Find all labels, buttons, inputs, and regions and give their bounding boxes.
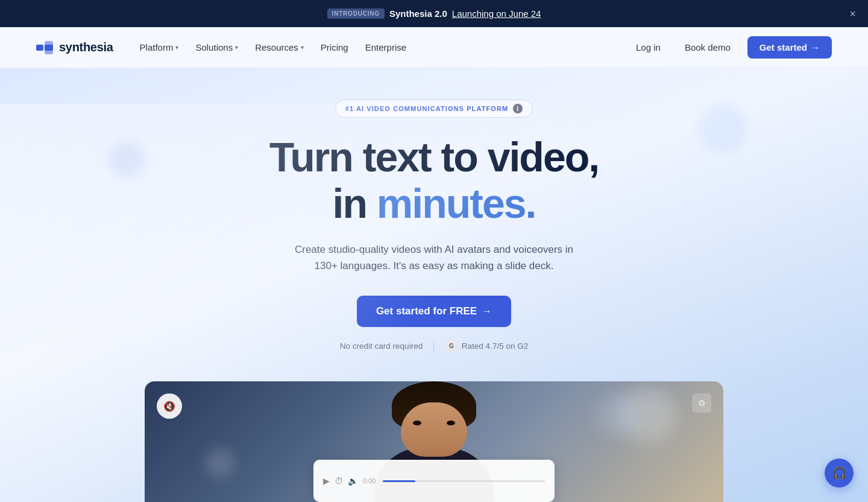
announcement-bar: INTRODUCING Synthesia 2.0 Launching on J… xyxy=(0,0,868,27)
logo-text: synthesia xyxy=(59,40,113,54)
g2-logo: G xyxy=(445,339,458,352)
video-mute-button[interactable]: 🔇 xyxy=(157,393,182,419)
g2-rating: Rated 4.7/5 on G2 xyxy=(462,342,528,351)
no-cc-text: No credit card required xyxy=(340,342,423,351)
badge-text: #1 AI VIDEO COMMUNICATIONS PLATFORM xyxy=(345,105,509,112)
cta-label: Get started for FREE xyxy=(376,305,477,317)
title-accent: minutes. xyxy=(377,180,536,226)
nav-item-resources[interactable]: Resources ▾ xyxy=(248,37,311,57)
nav-solutions-label: Solutions xyxy=(195,42,233,52)
nav-item-enterprise[interactable]: Enterprise xyxy=(358,37,414,57)
g2-badge: G Rated 4.7/5 on G2 xyxy=(445,339,528,352)
platform-badge: #1 AI VIDEO COMMUNICATIONS PLATFORM i xyxy=(335,100,533,118)
video-preview: 🔇 ▶ ⏱ 🔈 0:00 xyxy=(145,381,723,502)
nav-resources-label: Resources xyxy=(255,42,298,52)
overlay-controls: ▶ ⏱ 🔈 0:00 xyxy=(323,476,376,486)
duration-text: 0:00 xyxy=(363,477,376,485)
info-icon[interactable]: i xyxy=(513,104,523,113)
platform-chevron-icon: ▾ xyxy=(175,44,178,51)
product-name: Synthesia 2.0 xyxy=(389,8,447,19)
video-bokeh-2 xyxy=(597,393,639,436)
volume-icon: 🔈 xyxy=(348,476,358,486)
progress-fill xyxy=(383,480,415,482)
book-demo-link[interactable]: Book demo xyxy=(678,37,738,57)
trust-line: No credit card required | G Rated 4.7/5 … xyxy=(340,339,528,352)
progress-bar[interactable] xyxy=(383,480,545,482)
svg-rect-2 xyxy=(45,45,53,51)
person-face xyxy=(401,402,467,457)
svg-rect-0 xyxy=(36,45,43,51)
nav-left: synthesia Platform ▾ Solutions ▾ Resourc… xyxy=(36,37,414,57)
video-gear-icon[interactable]: ⚙ xyxy=(692,393,711,413)
video-bokeh-3 xyxy=(205,448,235,478)
close-announcement-button[interactable]: × xyxy=(849,8,856,19)
bokeh-2 xyxy=(108,141,145,177)
cta-arrow-icon: → xyxy=(482,305,492,317)
hero-title-line2: in minutes. xyxy=(333,180,536,227)
bokeh-1 xyxy=(699,104,747,153)
nav-item-solutions[interactable]: Solutions ▾ xyxy=(188,37,245,57)
arrow-icon: → xyxy=(811,42,820,52)
trust-divider: | xyxy=(432,340,435,352)
nav-links: Platform ▾ Solutions ▾ Resources ▾ Prici… xyxy=(133,37,414,57)
support-button[interactable]: 🎧 xyxy=(825,459,854,488)
hero-subtitle: Create studio-quality videos with AI ava… xyxy=(289,241,579,274)
nav-get-started-button[interactable]: Get started → xyxy=(747,36,832,59)
nav-platform-label: Platform xyxy=(140,42,174,52)
title-in-prefix: in xyxy=(333,180,377,226)
play-icon[interactable]: ▶ xyxy=(323,476,330,486)
launch-link[interactable]: Launching on June 24 xyxy=(452,8,541,19)
get-started-label: Get started xyxy=(760,42,807,52)
hero-title-line1: Turn text to video, xyxy=(269,135,599,180)
time-icon: ⏱ xyxy=(335,476,343,486)
support-icon: 🎧 xyxy=(832,466,847,480)
introducing-badge: INTRODUCING xyxy=(327,8,385,19)
nav-item-pricing[interactable]: Pricing xyxy=(313,37,356,57)
logo-icon xyxy=(36,41,53,54)
hero-section: #1 AI VIDEO COMMUNICATIONS PLATFORM i Tu… xyxy=(0,68,868,502)
navbar: synthesia Platform ▾ Solutions ▾ Resourc… xyxy=(0,27,868,68)
logo[interactable]: synthesia xyxy=(36,40,113,54)
video-overlay-panel: ▶ ⏱ 🔈 0:00 xyxy=(313,460,555,502)
solutions-chevron-icon: ▾ xyxy=(235,44,238,51)
hero-cta-button[interactable]: Get started for FREE → xyxy=(357,296,511,327)
nav-pricing-label: Pricing xyxy=(321,42,348,52)
gear-symbol: ⚙ xyxy=(698,398,706,408)
resources-chevron-icon: ▾ xyxy=(301,44,304,51)
nav-enterprise-label: Enterprise xyxy=(365,42,406,52)
nav-item-platform[interactable]: Platform ▾ xyxy=(133,37,186,57)
nav-right: Log in Book demo Get started → xyxy=(629,36,832,59)
mute-icon: 🔇 xyxy=(163,401,175,412)
login-link[interactable]: Log in xyxy=(629,37,668,57)
